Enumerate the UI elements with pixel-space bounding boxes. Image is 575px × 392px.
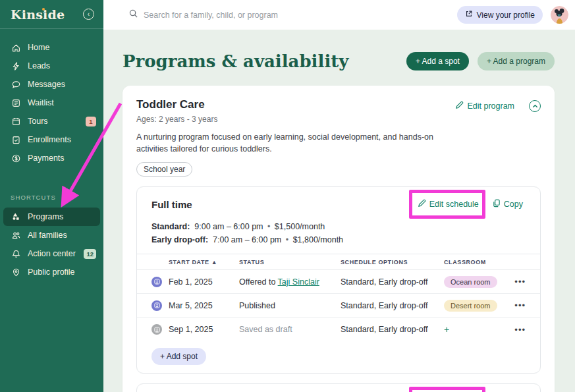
sidebar-item-public-profile[interactable]: Public profile bbox=[0, 263, 103, 281]
schedule-name: Full time bbox=[151, 199, 192, 210]
classroom-chip: Desert room bbox=[444, 300, 497, 312]
sidebar-item-label: Programs bbox=[28, 212, 63, 221]
topbar: View your profile bbox=[103, 0, 575, 30]
schedule-options: Standard: 9:00 am – 6:00 pm • $1,500/mon… bbox=[137, 214, 540, 254]
pin-icon bbox=[11, 267, 21, 277]
spots-table: START DATE▲ STATUS SCHEDULE OPTIONS CLAS… bbox=[137, 254, 540, 341]
calendar-icon bbox=[11, 116, 21, 126]
program-actions: Edit program bbox=[455, 98, 541, 112]
start-date-cell: Sep 1, 2025 bbox=[169, 325, 239, 334]
table-footer: + Add spot bbox=[137, 341, 540, 373]
spot-avatar-icon bbox=[151, 300, 162, 311]
search-bar[interactable] bbox=[128, 9, 449, 21]
home-icon bbox=[11, 42, 21, 53]
column-status[interactable]: STATUS bbox=[239, 259, 341, 266]
schedule-actions: Edit schedule Copy bbox=[418, 198, 526, 210]
column-schedule-options[interactable]: SCHEDULE OPTIONS bbox=[341, 259, 444, 266]
page-header: Programs & availability + Add a spot + A… bbox=[123, 51, 555, 71]
schedule-options-cell: Standard, Early drop-off bbox=[341, 325, 444, 334]
sidebar-item-label: Waitlist bbox=[28, 98, 54, 107]
content-area: Programs & availability + Add a spot + A… bbox=[103, 30, 575, 392]
clipboard-icon bbox=[11, 134, 21, 145]
user-avatar[interactable] bbox=[551, 6, 568, 24]
sidebar-shortcuts: Programs All families Action center12 Pu… bbox=[0, 208, 103, 281]
dollar-icon bbox=[11, 153, 21, 163]
table-row[interactable]: Sep 1, 2025 Saved as draft Standard, Ear… bbox=[137, 318, 540, 341]
classroom-chip: Ocean room bbox=[444, 276, 497, 288]
column-start-date[interactable]: START DATE▲ bbox=[169, 259, 239, 266]
sidebar-item-label: Home bbox=[28, 43, 49, 52]
sidebar-item-tours[interactable]: Tours1 bbox=[0, 112, 103, 130]
page-title: Programs & availability bbox=[123, 51, 348, 71]
app-window: Kinside ‹ Home Leads Messages Waitlist T… bbox=[0, 0, 575, 392]
sidebar-item-label: Tours bbox=[28, 117, 48, 126]
annotation-highlight-box bbox=[409, 387, 485, 392]
spot-avatar-icon bbox=[151, 277, 162, 287]
status-cell: Offered to Taji Sinclair bbox=[239, 277, 341, 287]
sidebar-item-home[interactable]: Home bbox=[0, 38, 103, 57]
schedule-option-line: Early drop-off: 7:00 am – 6:00 pm • $1,8… bbox=[151, 235, 526, 244]
sidebar-item-all-families[interactable]: All families bbox=[0, 226, 103, 244]
schedule-header: Full time Edit schedule bbox=[137, 187, 540, 214]
sidebar-item-label: Leads bbox=[28, 61, 50, 70]
row-menu-button[interactable]: ••• bbox=[514, 325, 526, 335]
external-link-icon bbox=[465, 10, 473, 20]
sidebar-item-enrollments[interactable]: Enrollments bbox=[0, 130, 103, 149]
start-date-cell: Feb 1, 2025 bbox=[169, 277, 239, 287]
schedule-option-line: Standard: 9:00 am – 6:00 pm • $1,500/mon… bbox=[151, 222, 526, 231]
edit-schedule-link[interactable]: Edit schedule bbox=[418, 199, 479, 210]
program-name: Toddler Care bbox=[136, 98, 455, 111]
bell-icon bbox=[11, 248, 21, 259]
notification-badge: 1 bbox=[86, 117, 96, 126]
schedule-card-part-time: Part time mornings Edit schedule bbox=[136, 383, 541, 392]
add-program-button[interactable]: + Add a program bbox=[478, 52, 555, 70]
sidebar-item-label: All families bbox=[28, 231, 67, 240]
schedule-options-cell: Standard, Early drop-off bbox=[341, 277, 444, 287]
sort-asc-icon: ▲ bbox=[211, 259, 218, 266]
table-header-row: START DATE▲ STATUS SCHEDULE OPTIONS CLAS… bbox=[137, 254, 540, 270]
add-spot-row-button[interactable]: + Add spot bbox=[151, 348, 206, 365]
classroom-cell: Desert room bbox=[444, 300, 514, 312]
sidebar-item-messages[interactable]: Messages bbox=[0, 75, 103, 94]
sidebar-nav: Home Leads Messages Waitlist Tours1 Enro… bbox=[0, 38, 103, 167]
list-icon bbox=[11, 98, 21, 108]
search-icon bbox=[128, 9, 138, 21]
add-spot-button[interactable]: + Add a spot bbox=[406, 52, 469, 70]
table-row[interactable]: Mar 5, 2025 Published Standard, Early dr… bbox=[137, 294, 540, 318]
view-profile-button[interactable]: View your profile bbox=[457, 6, 543, 24]
sidebar-item-label: Enrollments bbox=[28, 135, 71, 144]
search-input[interactable] bbox=[144, 11, 368, 20]
pencil-icon bbox=[418, 199, 426, 210]
row-menu-button[interactable]: ••• bbox=[514, 277, 526, 287]
column-classroom[interactable]: CLASSROOM bbox=[444, 259, 514, 266]
header-actions: + Add a spot + Add a program bbox=[406, 52, 555, 70]
sidebar-item-action-center[interactable]: Action center12 bbox=[0, 244, 103, 263]
copy-icon bbox=[493, 199, 501, 210]
row-menu-button[interactable]: ••• bbox=[514, 300, 526, 310]
schedule-card-full-time: Full time Edit schedule bbox=[136, 186, 541, 374]
classroom-cell: Ocean room bbox=[444, 276, 514, 288]
classroom-cell: + bbox=[444, 324, 514, 335]
program-tag: School year bbox=[136, 162, 192, 177]
logo-dot bbox=[42, 8, 45, 11]
sidebar-item-label: Payments bbox=[28, 154, 65, 163]
start-date-cell: Mar 5, 2025 bbox=[169, 301, 239, 310]
program-card: Toddler Care Ages: 2 years - 3 years A n… bbox=[123, 86, 555, 392]
table-row[interactable]: Feb 1, 2025 Offered to Taji Sinclair Sta… bbox=[137, 270, 540, 294]
lightning-icon bbox=[11, 61, 21, 71]
add-classroom-button[interactable]: + bbox=[444, 324, 449, 335]
sidebar-item-waitlist[interactable]: Waitlist bbox=[0, 94, 103, 112]
shapes-icon bbox=[11, 211, 21, 222]
sidebar-header: Kinside ‹ bbox=[0, 0, 103, 29]
sidebar-item-leads[interactable]: Leads bbox=[0, 57, 103, 75]
copy-schedule-link[interactable]: Copy bbox=[493, 199, 523, 210]
sidebar-item-programs[interactable]: Programs bbox=[3, 208, 100, 226]
pencil-icon bbox=[455, 101, 464, 111]
shortcuts-label: SHORTCUTS bbox=[11, 194, 103, 201]
family-link[interactable]: Taji Sinclair bbox=[278, 277, 319, 287]
sidebar-item-payments[interactable]: Payments bbox=[0, 149, 103, 167]
collapse-program-icon[interactable] bbox=[529, 100, 541, 112]
sidebar-item-label: Messages bbox=[28, 80, 65, 89]
edit-program-link[interactable]: Edit program bbox=[455, 101, 514, 111]
sidebar-collapse-icon[interactable]: ‹ bbox=[83, 9, 94, 20]
